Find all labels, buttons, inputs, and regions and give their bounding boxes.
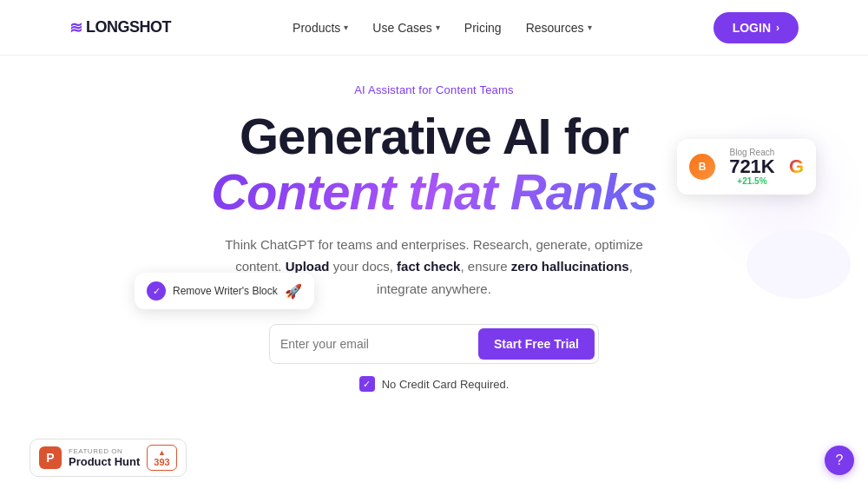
hero-title-line2: Content that Ranks (211, 164, 657, 220)
ph-featured-label: FEATURED ON (69, 447, 140, 455)
writer-block-widget: ✓ Remove Writer's Block 🚀 (135, 273, 314, 309)
nav-links: Products ▾ Use Cases ▾ Pricing Resources… (293, 21, 591, 35)
blog-reach-card: B Blog Reach 721K +21.5% G (677, 139, 816, 195)
blog-avatar: B (689, 154, 715, 180)
chevron-down-icon: ▾ (588, 23, 592, 32)
hero-section: B Blog Reach 721K +21.5% G AI Assistant … (0, 56, 868, 392)
email-form: Start Free Trial (269, 324, 599, 364)
hero-fact-check: fact check (397, 259, 460, 274)
google-icon: G (789, 155, 804, 178)
writer-block-text: Remove Writer's Block (173, 285, 278, 297)
no-credit-row: ✓ No Credit Card Required. (359, 376, 510, 392)
arrow-right-icon: › (776, 22, 779, 34)
blog-reach-info: Blog Reach 721K +21.5% (724, 148, 780, 186)
navbar: ≋ LONGSHOT Products ▾ Use Cases ▾ Pricin… (0, 0, 868, 56)
writer-check-icon: ✓ (147, 281, 166, 301)
hero-upload-text: Upload (286, 259, 330, 274)
help-button[interactable]: ? (825, 446, 854, 475)
hero-badge: AI Assistant for Content Teams (354, 83, 514, 96)
login-button[interactable]: LOGIN › (713, 12, 799, 43)
nav-item-use-cases[interactable]: Use Cases ▾ (372, 21, 439, 35)
email-input[interactable] (280, 337, 478, 351)
chevron-down-icon: ▾ (436, 23, 440, 32)
cta-button[interactable]: Start Free Trial (478, 328, 595, 360)
ph-name: Product Hunt (69, 455, 140, 468)
nav-item-resources[interactable]: Resources ▾ (526, 21, 592, 35)
ph-votes: ▲ 393 (147, 445, 176, 471)
logo-text: LONGSHOT (86, 18, 171, 36)
chevron-down-icon: ▾ (344, 23, 348, 32)
bg-decoration-2 (746, 229, 851, 299)
blog-reach-value: 721K (724, 157, 780, 176)
check-icon: ✓ (359, 376, 375, 392)
blog-reach-delta: +21.5% (724, 176, 780, 186)
hero-title-line1: Generative AI for (240, 109, 628, 164)
logo[interactable]: ≋ LONGSHOT (69, 18, 171, 37)
product-hunt-logo: P (39, 446, 62, 469)
ph-arrow-icon: ▲ (158, 448, 166, 457)
rocket-icon: 🚀 (285, 283, 302, 300)
hero-zero-hallucinations: zero hallucinations (511, 259, 629, 274)
nav-item-pricing[interactable]: Pricing (464, 21, 502, 35)
nav-item-products[interactable]: Products ▾ (293, 21, 348, 35)
logo-icon: ≋ (69, 18, 82, 37)
no-credit-label: No Credit Card Required. (382, 378, 510, 391)
product-hunt-badge[interactable]: P FEATURED ON Product Hunt ▲ 393 (30, 439, 187, 477)
bg-decoration (694, 108, 868, 281)
product-hunt-info: FEATURED ON Product Hunt (69, 447, 140, 468)
